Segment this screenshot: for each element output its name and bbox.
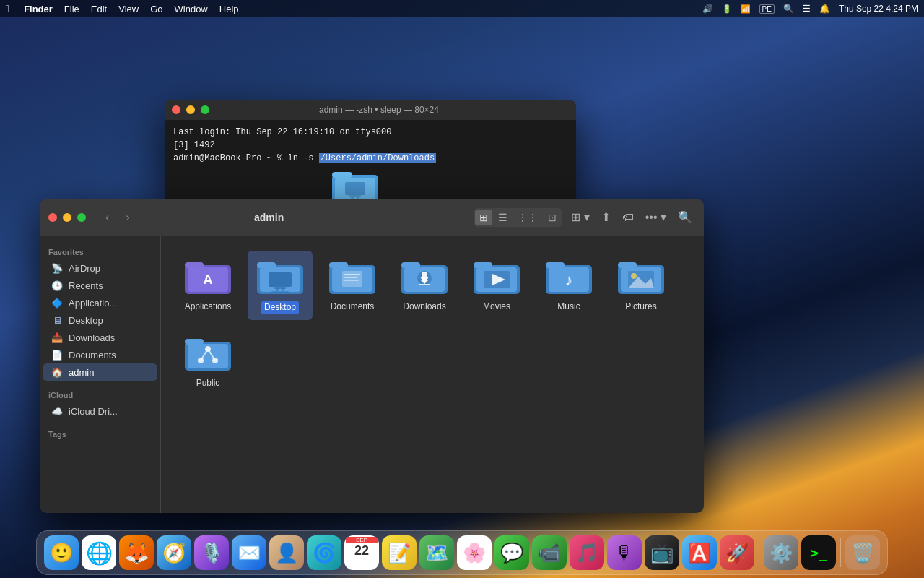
dock-calendar[interactable]: SEP 22: [344, 535, 379, 570]
public-label: Public: [196, 378, 220, 389]
menu-edit[interactable]: Edit: [91, 4, 107, 14]
finder-close-button[interactable]: [48, 213, 57, 222]
dock-mail[interactable]: ✉️: [232, 535, 266, 570]
dock-finder[interactable]: 🙂: [44, 535, 79, 570]
dock-cronnofan[interactable]: 🌀: [307, 535, 341, 570]
view-column-button[interactable]: ⋮⋮: [513, 210, 542, 225]
dock-settings-icon: ⚙️: [770, 542, 793, 564]
airdrop-icon: 📡: [51, 262, 63, 274]
group-by-button[interactable]: ⊞ ▾: [568, 209, 592, 225]
svg-rect-24: [344, 274, 360, 275]
datetime: Thu Sep 22 4:24 PM: [839, 4, 918, 14]
search-icon[interactable]: 🔍: [783, 4, 794, 14]
folder-applications[interactable]: A Applications: [175, 251, 240, 320]
downloads-folder-svg: [401, 256, 448, 297]
menu-file[interactable]: File: [64, 4, 79, 14]
menu-help[interactable]: Help: [219, 4, 239, 14]
finder-content: Favorites 📡 AirDrop 🕒 Recents 🔷 Applicat…: [40, 236, 704, 513]
sidebar-documents-label: Documents: [69, 350, 116, 361]
terminal-close-button[interactable]: [172, 105, 180, 114]
dock-messages[interactable]: 💬: [494, 535, 529, 570]
dock-terminal[interactable]: >_: [801, 535, 836, 570]
dock-contacts[interactable]: 👤: [269, 535, 304, 570]
pictures-label: Pictures: [625, 301, 656, 313]
dock-notes[interactable]: 📝: [382, 535, 417, 570]
dock-firefox[interactable]: 🦊: [119, 535, 154, 570]
menu-finder[interactable]: Finder: [24, 4, 53, 14]
finder-search-button[interactable]: 🔍: [675, 209, 695, 225]
dock-messages-icon: 💬: [500, 542, 523, 564]
dock-music[interactable]: 🎵: [570, 535, 604, 570]
dock-notes-icon: 📝: [388, 542, 411, 564]
downloads-label: Downloads: [403, 301, 445, 313]
tag-button[interactable]: 🏷: [619, 210, 637, 225]
svg-rect-41: [546, 262, 565, 268]
apple-menu[interactable]: : [6, 3, 9, 14]
svg-rect-34: [419, 284, 430, 285]
menu-view[interactable]: View: [118, 4, 139, 14]
dock-contacts-icon: 👤: [275, 542, 298, 564]
svg-point-48: [631, 273, 637, 279]
finder-minimize-button[interactable]: [63, 213, 71, 222]
pictures-folder-svg: [618, 256, 664, 297]
dock-podcasts[interactable]: 🎙: [607, 535, 642, 570]
sidebar-desktop-label: Desktop: [69, 315, 103, 326]
desktop-icon: 🖥: [51, 314, 63, 326]
music-folder-svg: ♪: [546, 256, 592, 297]
sidebar-item-recents[interactable]: 🕒 Recents: [43, 277, 157, 294]
notification-icon[interactable]: 🔔: [819, 4, 830, 14]
documents-label: Documents: [331, 301, 375, 313]
terminal-body: Last login: Thu Sep 22 16:19:10 on ttys0…: [165, 120, 576, 171]
sidebar-item-icloud[interactable]: ☁️ iCloud Dri...: [43, 402, 157, 420]
svg-rect-23: [342, 271, 362, 287]
dock-launchpad[interactable]: 🚀: [720, 535, 754, 570]
folder-downloads[interactable]: Downloads: [392, 251, 457, 320]
dock-mail-icon: ✉️: [237, 542, 261, 564]
terminal-line1: Last login: Thu Sep 22 16:19:10 on ttys0…: [173, 126, 567, 139]
dock-photos[interactable]: 🌸: [457, 535, 492, 570]
folder-desktop[interactable]: Desktop: [248, 251, 313, 320]
folder-public[interactable]: Public: [175, 327, 240, 395]
svg-rect-9: [185, 262, 204, 268]
terminal-line3: admin@MacBook-Pro ~ % ln -s /Users/admin…: [173, 152, 567, 165]
public-folder-svg: [185, 333, 231, 374]
folder-music[interactable]: ♪ Music: [536, 251, 601, 320]
more-button[interactable]: ••• ▾: [642, 209, 669, 225]
svg-rect-15: [269, 272, 292, 287]
view-gallery-button[interactable]: ⊡: [544, 210, 561, 225]
folder-documents[interactable]: Documents: [320, 251, 385, 320]
sidebar-item-desktop[interactable]: 🖥 Desktop: [43, 311, 157, 329]
dock-settings[interactable]: ⚙️: [764, 535, 798, 570]
view-icon-button[interactable]: ⊞: [475, 210, 492, 225]
sidebar-item-admin[interactable]: 🏠 admin: [43, 363, 157, 381]
dock-facetime[interactable]: 📹: [532, 535, 567, 570]
dock-appletv[interactable]: 📺: [645, 535, 679, 570]
dock-chrome[interactable]: 🌐: [82, 535, 116, 570]
view-list-button[interactable]: ☰: [494, 210, 512, 225]
menu-go[interactable]: Go: [150, 4, 162, 14]
dock-maps[interactable]: 🗺️: [419, 535, 454, 570]
svg-rect-45: [618, 262, 637, 268]
volume-icon: 🔊: [702, 4, 713, 14]
sidebar-item-downloads[interactable]: 📥 Downloads: [43, 329, 157, 346]
dock-maps-icon: 🗺️: [425, 542, 448, 564]
dock-facetime-icon: 📹: [538, 542, 561, 564]
dock-siri[interactable]: 🎙️: [194, 535, 229, 570]
control-center-icon[interactable]: ☰: [803, 4, 811, 14]
svg-rect-51: [185, 339, 204, 345]
terminal-line2: [3] 1492: [173, 139, 567, 152]
menu-window[interactable]: Window: [175, 4, 208, 14]
svg-rect-19: [271, 291, 289, 293]
share-button[interactable]: ⬆: [598, 209, 614, 225]
sidebar-item-documents[interactable]: 📄 Documents: [43, 346, 157, 363]
dock-siri-icon: 🎙️: [200, 542, 223, 564]
sidebar-item-airdrop[interactable]: 📡 AirDrop: [43, 259, 157, 277]
music-label: Music: [557, 301, 580, 313]
folder-movies[interactable]: Movies: [464, 251, 529, 320]
finder-titlebar: ‹ › admin ⊞ ☰ ⋮⋮ ⊡ ⊞ ▾ ⬆ 🏷 ••• ▾ 🔍: [40, 199, 704, 236]
dock-safari[interactable]: 🧭: [157, 535, 191, 570]
dock-trash[interactable]: 🗑️: [845, 535, 880, 570]
dock-appstore[interactable]: 🅰️: [682, 535, 717, 570]
sidebar-item-applications[interactable]: 🔷 Applicatio...: [43, 294, 157, 311]
folder-pictures[interactable]: Pictures: [609, 251, 674, 320]
